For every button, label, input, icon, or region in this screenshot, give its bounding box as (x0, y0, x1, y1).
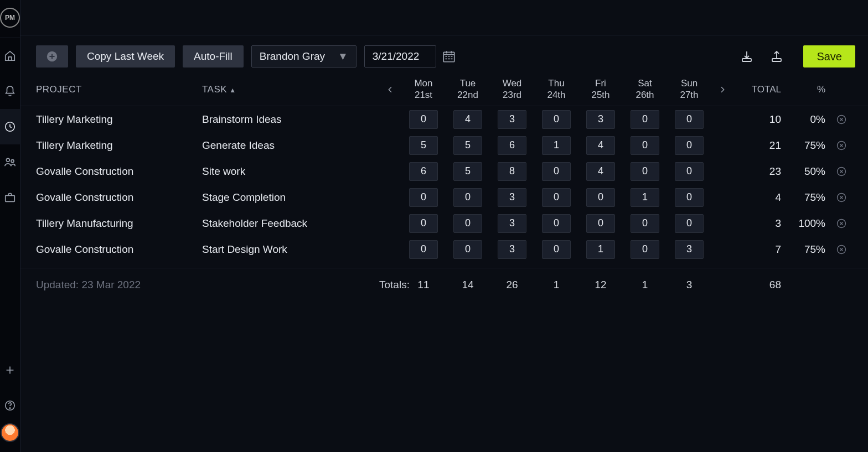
cell-project: Tillery Manufacturing (36, 217, 202, 230)
export-button[interactable] (769, 49, 784, 64)
delete-row-button[interactable] (828, 166, 855, 177)
hours-input[interactable] (409, 188, 438, 207)
prev-week-button[interactable] (379, 85, 401, 94)
hours-input[interactable] (453, 110, 482, 129)
add-row-button[interactable] (36, 45, 68, 67)
hours-input[interactable] (586, 110, 615, 129)
hours-input[interactable] (631, 110, 659, 129)
close-circle-icon (836, 114, 847, 125)
hours-input[interactable] (542, 188, 571, 207)
hours-input[interactable] (542, 214, 571, 233)
hours-input[interactable] (586, 240, 615, 259)
hours-input[interactable] (453, 214, 482, 233)
hours-input[interactable] (675, 136, 704, 155)
delete-row-button[interactable] (828, 192, 855, 203)
hours-input[interactable] (542, 162, 571, 181)
hours-input[interactable] (631, 136, 659, 155)
delete-row-button[interactable] (828, 114, 855, 125)
hours-input[interactable] (586, 188, 615, 207)
nav-help[interactable] (0, 388, 20, 423)
upload-icon (770, 50, 783, 63)
hours-input[interactable] (675, 162, 704, 181)
day-total: 26 (490, 279, 534, 291)
cell-percent: 100% (783, 217, 828, 230)
day-head: Sun27th (667, 78, 711, 101)
nav-notifications[interactable] (0, 74, 20, 109)
nav-add[interactable] (0, 352, 20, 388)
date-input[interactable] (364, 45, 436, 67)
hours-input[interactable] (409, 240, 438, 259)
hours-input[interactable] (409, 214, 438, 233)
hours-input[interactable] (498, 188, 526, 207)
cell-task: Start Design Work (202, 243, 379, 256)
svg-point-5 (9, 408, 10, 408)
hours-input[interactable] (675, 240, 704, 259)
grand-total: 68 (733, 279, 783, 291)
briefcase-icon (4, 191, 16, 204)
hours-input[interactable] (586, 162, 615, 181)
hours-input[interactable] (498, 136, 526, 155)
help-icon (4, 399, 16, 412)
hours-input[interactable] (675, 188, 704, 207)
cell-total: 3 (733, 217, 783, 230)
nav-timesheet[interactable] (0, 109, 20, 144)
hours-input[interactable] (498, 110, 526, 129)
cell-task: Stage Completion (202, 191, 379, 204)
cell-total: 7 (733, 243, 783, 256)
hours-input[interactable] (586, 214, 615, 233)
sidebar: PM (0, 0, 20, 452)
delete-row-button[interactable] (828, 218, 855, 229)
user-select[interactable]: Brandon Gray ▼ (251, 45, 356, 67)
svg-rect-3 (6, 195, 15, 201)
save-button[interactable]: Save (803, 45, 855, 67)
hours-input[interactable] (453, 188, 482, 207)
hours-input[interactable] (498, 240, 526, 259)
hours-input[interactable] (453, 162, 482, 181)
clock-icon (4, 121, 16, 133)
nav-home[interactable] (0, 38, 20, 74)
hours-input[interactable] (409, 136, 438, 155)
svg-rect-9 (772, 59, 781, 61)
col-total[interactable]: TOTAL (733, 84, 783, 95)
calendar-button[interactable] (441, 48, 457, 65)
hours-input[interactable] (542, 110, 571, 129)
next-week-button[interactable] (711, 85, 733, 94)
hours-input[interactable] (675, 110, 704, 129)
timesheet-row: Govalle ConstructionStart Design Work775… (20, 236, 868, 262)
hours-input[interactable] (409, 162, 438, 181)
hours-input[interactable] (453, 240, 482, 259)
hours-input[interactable] (586, 136, 615, 155)
col-percent[interactable]: % (783, 84, 828, 95)
timesheet-grid: PROJECT TASK▲ Mon21st Tue22nd Wed23rd Th… (20, 73, 868, 452)
hours-input[interactable] (631, 240, 659, 259)
hours-input[interactable] (542, 136, 571, 155)
nav-portfolio[interactable] (0, 180, 20, 215)
close-circle-icon (836, 244, 847, 255)
import-button[interactable] (739, 49, 755, 64)
hours-input[interactable] (498, 214, 526, 233)
hours-input[interactable] (631, 162, 659, 181)
hours-input[interactable] (631, 188, 659, 207)
delete-row-button[interactable] (828, 140, 855, 151)
nav-team[interactable] (0, 144, 20, 180)
col-project[interactable]: PROJECT (36, 84, 202, 95)
col-task[interactable]: TASK▲ (202, 84, 379, 95)
day-total: 11 (401, 279, 446, 291)
user-avatar[interactable] (1, 423, 19, 442)
day-total: 1 (534, 279, 578, 291)
chevron-left-icon (386, 85, 395, 94)
hours-input[interactable] (453, 136, 482, 155)
day-head: Tue22nd (446, 78, 490, 101)
cell-percent: 50% (783, 165, 828, 178)
hours-input[interactable] (409, 110, 438, 129)
hours-input[interactable] (631, 214, 659, 233)
cell-project: Govalle Construction (36, 243, 202, 256)
hours-input[interactable] (542, 240, 571, 259)
hours-input[interactable] (675, 214, 704, 233)
home-icon (4, 50, 16, 62)
copy-last-week-button[interactable]: Copy Last Week (76, 45, 175, 67)
hours-input[interactable] (498, 162, 526, 181)
auto-fill-button[interactable]: Auto-Fill (183, 45, 244, 67)
delete-row-button[interactable] (828, 244, 855, 255)
updated-label: Updated: 23 Mar 2022 (36, 279, 202, 291)
